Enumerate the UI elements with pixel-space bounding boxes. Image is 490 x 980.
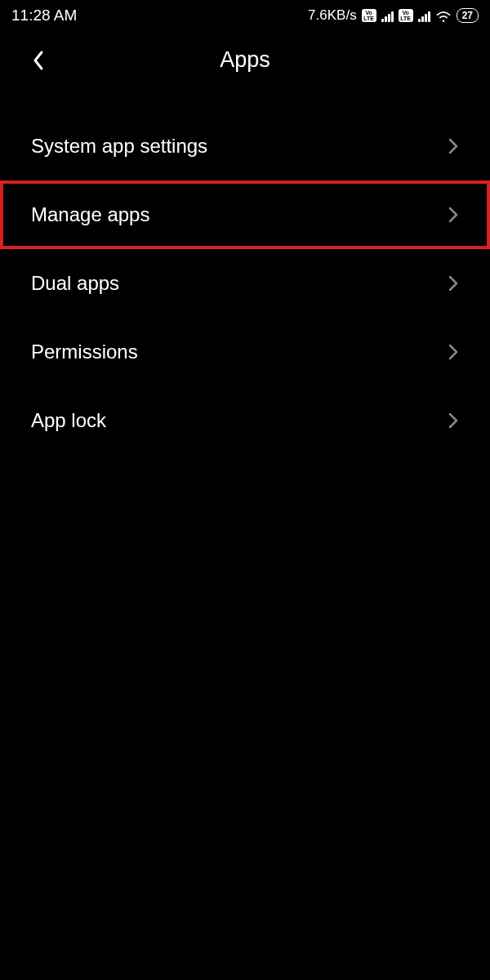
wifi-icon <box>435 9 452 22</box>
chevron-right-icon <box>448 342 459 362</box>
battery-level: 27 <box>462 10 473 21</box>
menu-item-dual-apps[interactable]: Dual apps <box>0 249 490 318</box>
battery-icon: 27 <box>457 8 479 23</box>
status-right: 7.6KB/s VoLTE VoLTE 27 <box>308 7 479 24</box>
page-title: Apps <box>15 47 475 73</box>
chevron-right-icon <box>448 274 459 293</box>
chevron-left-icon <box>31 49 46 72</box>
menu-item-system-app-settings[interactable]: System app settings <box>0 112 490 180</box>
menu-item-permissions[interactable]: Permissions <box>0 318 490 386</box>
chevron-right-icon <box>448 411 459 430</box>
menu-item-app-lock[interactable]: App lock <box>0 386 490 455</box>
chevron-right-icon <box>448 136 459 156</box>
volte-icon: VoLTE <box>362 9 376 22</box>
network-speed: 7.6KB/s <box>308 7 357 24</box>
status-time: 11:28 AM <box>11 7 77 24</box>
page-header: Apps <box>0 29 490 92</box>
menu-list: System app settings Manage apps Dual app… <box>0 92 490 455</box>
signal-icon <box>418 10 430 22</box>
menu-item-label: Manage apps <box>31 203 149 226</box>
volte-icon: VoLTE <box>399 9 413 22</box>
menu-item-label: Dual apps <box>31 272 119 295</box>
chevron-right-icon <box>448 205 459 225</box>
status-bar: 11:28 AM 7.6KB/s VoLTE VoLTE 27 <box>0 0 490 29</box>
menu-item-label: Permissions <box>31 341 138 363</box>
menu-item-manage-apps[interactable]: Manage apps <box>0 180 490 249</box>
signal-icon <box>381 10 394 22</box>
back-button[interactable] <box>26 48 51 73</box>
menu-item-label: App lock <box>31 409 106 432</box>
menu-item-label: System app settings <box>31 135 207 158</box>
